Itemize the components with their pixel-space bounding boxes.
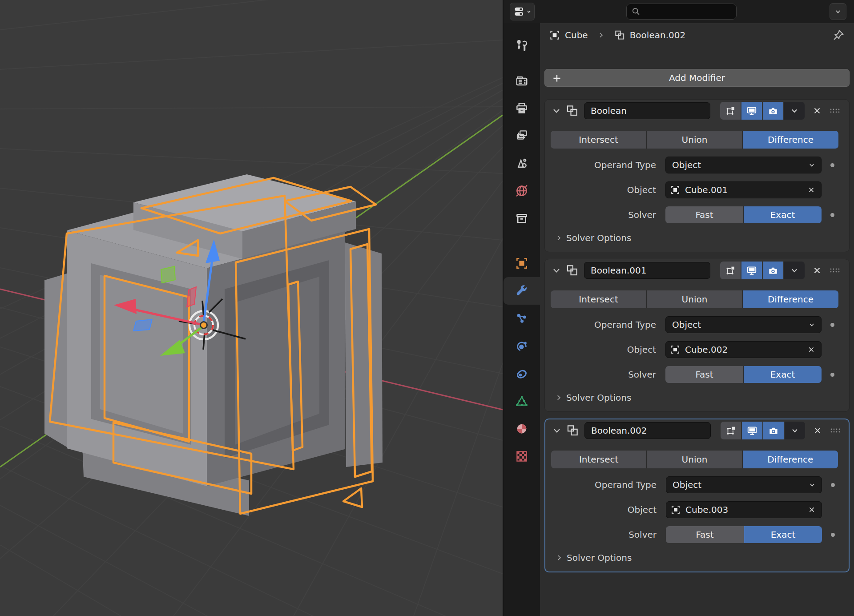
tab-material[interactable] xyxy=(504,415,540,443)
delete-modifier-button[interactable] xyxy=(811,264,823,277)
drag-handle[interactable] xyxy=(829,266,842,274)
edit-mode-display-toggle[interactable] xyxy=(720,262,741,279)
operation-union-button[interactable]: Union xyxy=(647,131,742,149)
operation-union-button[interactable]: Union xyxy=(647,290,742,308)
operation-union-button[interactable]: Union xyxy=(647,451,742,468)
animate-decorator-dot[interactable] xyxy=(831,533,835,537)
solver-fast-button[interactable]: Fast xyxy=(665,206,743,223)
monitor-icon xyxy=(746,105,757,117)
animate-decorator-dot[interactable] xyxy=(830,373,834,377)
gizmo-plane-y[interactable] xyxy=(161,266,175,283)
clear-object-icon[interactable] xyxy=(807,185,816,194)
filter-dropdown-button[interactable] xyxy=(830,3,846,20)
tab-object[interactable] xyxy=(504,250,540,277)
animate-decorator-dot[interactable] xyxy=(831,483,835,487)
solver-options-label: Solver Options xyxy=(566,233,631,243)
drag-dots-icon xyxy=(829,427,842,435)
realtime-display-toggle[interactable] xyxy=(742,422,762,439)
solver-label: Solver xyxy=(545,369,656,380)
delete-modifier-button[interactable] xyxy=(811,105,823,117)
solver-fast-button[interactable]: Fast xyxy=(666,526,744,543)
object-data-icon xyxy=(670,185,681,195)
search-box[interactable] xyxy=(626,4,737,20)
particles-icon xyxy=(515,312,528,325)
operand-type-dropdown[interactable]: Object xyxy=(665,316,822,333)
object-field[interactable]: Cube.001 xyxy=(665,181,822,198)
operation-intersect-button[interactable]: Intersect xyxy=(551,290,646,308)
solver-options-toggle[interactable]: Solver Options xyxy=(555,391,849,404)
chevron-down-icon xyxy=(790,106,799,115)
edit-mode-display-toggle[interactable] xyxy=(721,422,741,439)
modifier-extras-dropdown[interactable] xyxy=(785,422,805,439)
operand-type-label: Operand Type xyxy=(545,319,656,330)
scene-icon xyxy=(515,157,528,170)
operation-intersect-button[interactable]: Intersect xyxy=(551,131,646,149)
tab-view-layer[interactable] xyxy=(504,122,540,149)
breadcrumb-object[interactable]: Cube xyxy=(565,30,588,40)
solver-options-toggle[interactable]: Solver Options xyxy=(555,231,849,245)
tab-output[interactable] xyxy=(504,94,540,122)
modifier-extras-dropdown[interactable] xyxy=(784,102,805,120)
editor-type-button[interactable] xyxy=(510,3,535,20)
render-display-toggle[interactable] xyxy=(763,262,783,279)
delete-modifier-button[interactable] xyxy=(811,424,824,437)
operation-difference-button[interactable]: Difference xyxy=(743,290,838,308)
render-display-toggle[interactable] xyxy=(763,102,783,120)
operation-intersect-button[interactable]: Intersect xyxy=(551,451,646,468)
viewport-3d[interactable] xyxy=(0,0,503,616)
drag-handle[interactable] xyxy=(829,427,842,435)
operation-difference-button[interactable]: Difference xyxy=(743,451,838,468)
realtime-display-toggle[interactable] xyxy=(741,102,762,120)
animate-decorator-dot[interactable] xyxy=(830,163,834,167)
object-value: Cube.001 xyxy=(685,185,728,195)
tab-collection[interactable] xyxy=(504,205,540,232)
tab-physics[interactable] xyxy=(504,332,540,360)
operand-type-dropdown[interactable]: Object xyxy=(665,157,822,173)
drag-handle[interactable] xyxy=(829,107,842,115)
solver-fast-button[interactable]: Fast xyxy=(665,366,743,383)
tab-texture[interactable] xyxy=(504,443,540,470)
vertex-select-icon xyxy=(725,105,736,117)
solver-exact-button[interactable]: Exact xyxy=(744,206,822,223)
modifier-panel-header: Boolean.002 xyxy=(545,419,849,442)
gizmo-plane-x[interactable] xyxy=(187,287,196,307)
tab-constraints[interactable] xyxy=(504,360,540,387)
tab-render[interactable] xyxy=(504,67,540,94)
search-input[interactable] xyxy=(644,6,732,17)
gizmo-plane-z[interactable] xyxy=(133,319,152,331)
monitor-icon xyxy=(746,425,758,436)
modifier-extras-dropdown[interactable] xyxy=(784,262,805,279)
expand-chevron-icon[interactable] xyxy=(552,425,562,436)
object-field[interactable]: Cube.003 xyxy=(666,501,822,518)
clear-object-icon[interactable] xyxy=(807,345,816,354)
expand-chevron-icon[interactable] xyxy=(551,105,562,116)
tab-modifiers[interactable] xyxy=(504,277,540,305)
tab-particles[interactable] xyxy=(504,305,540,332)
realtime-display-toggle[interactable] xyxy=(741,262,762,279)
clear-object-icon[interactable] xyxy=(807,505,816,514)
tab-tool[interactable] xyxy=(504,32,540,60)
pin-icon[interactable] xyxy=(832,29,845,41)
modifier-name-field[interactable]: Boolean xyxy=(584,102,710,119)
modifier-name-field[interactable]: Boolean.002 xyxy=(584,422,711,439)
solver-enum: Fast Exact xyxy=(665,366,822,383)
render-display-toggle[interactable] xyxy=(763,422,784,439)
solver-exact-button[interactable]: Exact xyxy=(744,526,822,543)
solver-options-toggle[interactable]: Solver Options xyxy=(555,551,849,564)
modifier-panel-boolean-002: Boolean.002 xyxy=(544,419,850,572)
object-field[interactable]: Cube.002 xyxy=(665,341,822,358)
solver-exact-button[interactable]: Exact xyxy=(744,366,822,383)
animate-decorator-dot[interactable] xyxy=(830,213,834,217)
tab-world[interactable] xyxy=(504,177,540,205)
breadcrumb-modifier[interactable]: Boolean.002 xyxy=(630,30,686,40)
edit-mode-display-toggle[interactable] xyxy=(720,102,741,120)
expand-chevron-icon[interactable] xyxy=(551,265,562,276)
object-label: Object xyxy=(545,344,656,355)
modifier-name-field[interactable]: Boolean.001 xyxy=(584,262,710,279)
add-modifier-button[interactable]: Add Modifier xyxy=(544,69,850,87)
animate-decorator-dot[interactable] xyxy=(830,323,834,327)
tab-scene[interactable] xyxy=(504,149,540,177)
tab-object-data[interactable] xyxy=(504,387,540,415)
operand-type-dropdown[interactable]: Object xyxy=(666,476,822,493)
operation-difference-button[interactable]: Difference xyxy=(743,131,838,149)
